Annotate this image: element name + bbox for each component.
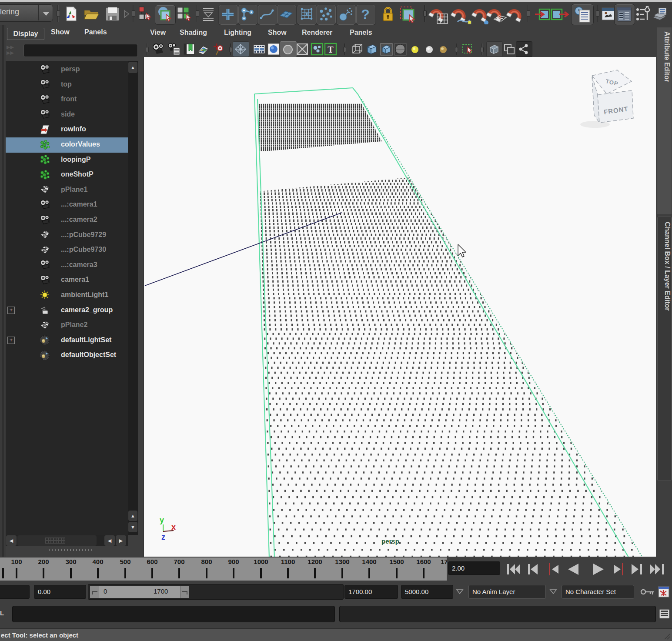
svg-text:z: z bbox=[161, 533, 165, 541]
svg-text:T: T bbox=[328, 45, 334, 54]
svg-text:?: ? bbox=[361, 7, 370, 22]
svg-text:x: x bbox=[171, 523, 176, 531]
svg-text:y: y bbox=[160, 516, 164, 524]
svg-text:persp: persp bbox=[381, 538, 399, 545]
